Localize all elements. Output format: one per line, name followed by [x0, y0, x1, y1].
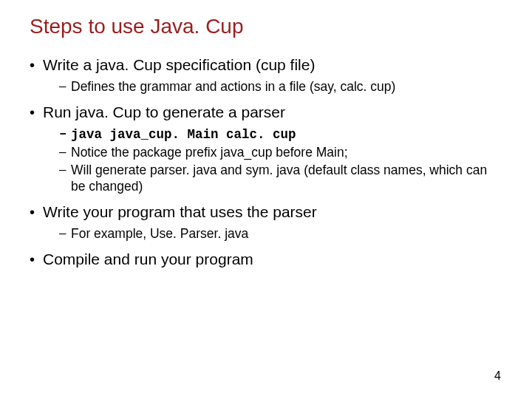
sub-list-item-text: Notice the package prefix java_cup befor… — [71, 144, 348, 160]
slide-title: Steps to use Java. Cup — [30, 15, 502, 38]
bullet-dot-icon: • — [30, 202, 43, 222]
bullet-list: • Write a java. Cup specification (cup f… — [30, 55, 502, 270]
sub-list-item-text: For example, Use. Parser. java — [71, 225, 248, 242]
list-item-text: Write a java. Cup specification (cup fil… — [43, 55, 315, 75]
sub-list-item: – Notice the package prefix java_cup bef… — [59, 144, 502, 160]
dash-icon: – — [59, 78, 71, 95]
sub-list-item-text: java java_cup. Main calc. cup — [71, 126, 296, 143]
bullet-dot-icon: • — [30, 249, 43, 270]
sub-list-item: – Defines the grammar and actions in a f… — [59, 78, 502, 95]
list-item: • Write a java. Cup specification (cup f… — [30, 55, 502, 95]
sub-list: – java java_cup. Main calc. cup – Notice… — [30, 126, 502, 194]
list-item: • Run java. Cup to generate a parser – j… — [30, 102, 502, 194]
dash-icon: – — [59, 144, 71, 160]
dash-icon: – — [59, 162, 71, 178]
sub-list-item: – Will generate parser. java and sym. ja… — [59, 162, 502, 194]
list-item: • Compile and run your program — [30, 249, 502, 270]
bullet-dot-icon: • — [30, 55, 43, 75]
page-number: 4 — [494, 369, 501, 383]
sub-list-item: – java java_cup. Main calc. cup — [59, 126, 502, 143]
bullet-dot-icon: • — [30, 102, 43, 123]
list-item-text: Compile and run your program — [43, 249, 253, 270]
dash-icon: – — [59, 225, 71, 242]
sub-list-item: – For example, Use. Parser. java — [59, 225, 502, 242]
list-item: • Write your program that uses the parse… — [30, 202, 502, 242]
sub-list-item-text: Defines the grammar and actions in a fil… — [71, 78, 395, 95]
sub-list: – Defines the grammar and actions in a f… — [30, 78, 502, 95]
list-item-text: Write your program that uses the parser — [43, 202, 317, 222]
sub-list-item-text: Will generate parser. java and sym. java… — [71, 162, 502, 194]
slide: Steps to use Java. Cup • Write a java. C… — [0, 0, 532, 399]
list-item-text: Run java. Cup to generate a parser — [43, 102, 285, 123]
dash-icon: – — [59, 126, 71, 142]
sub-list: – For example, Use. Parser. java — [30, 225, 502, 242]
